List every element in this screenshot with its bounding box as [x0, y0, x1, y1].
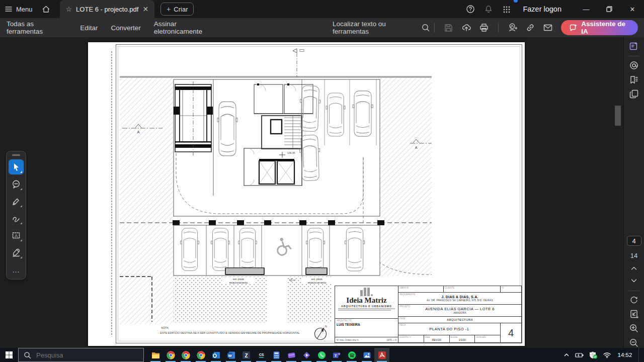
outlook-app[interactable] [208, 348, 223, 362]
section-label-right: A [415, 146, 418, 149]
rotate-page-button[interactable] [626, 295, 642, 305]
draw-tool[interactable] [9, 211, 24, 226]
start-button[interactable] [0, 348, 18, 362]
data-value: FEV/20 [432, 338, 441, 341]
next-page-button[interactable] [626, 276, 642, 286]
restore-button[interactable] [598, 0, 621, 18]
fase-label: FASE [399, 317, 406, 320]
highlight-tool[interactable] [9, 194, 24, 209]
whatsapp-app[interactable] [314, 348, 329, 362]
toolbar-drag-handle[interactable] [12, 154, 20, 156]
word-app[interactable]: W [223, 348, 238, 362]
ai-assistant-button[interactable]: Assistente de IA [561, 20, 638, 35]
close-window-button[interactable]: ✕ [621, 0, 644, 18]
toolbar: Todas as ferramentas Editar Converter As… [0, 18, 644, 38]
star-icon[interactable]: ☆ [66, 6, 72, 13]
teams-app[interactable]: T [329, 348, 344, 362]
print-button[interactable] [475, 18, 493, 37]
show-desktop-button[interactable] [638, 348, 641, 362]
desenho-cell: Desenho nº [398, 335, 424, 342]
tool-flyout-indicator [20, 256, 22, 258]
more-tools-button[interactable]: … [9, 262, 24, 277]
menu-convert[interactable]: Converter [105, 24, 147, 32]
mail-icon [543, 23, 553, 33]
z-app[interactable]: Z [238, 348, 254, 362]
menu-all-tools[interactable]: Todas as ferramentas [0, 20, 73, 35]
fit-page-button[interactable] [626, 309, 642, 319]
verificado-cell: Verificado [475, 335, 500, 342]
svg-text:T: T [334, 353, 337, 357]
data-label: Data [425, 336, 430, 338]
pdf-page[interactable]: A A [88, 42, 525, 346]
signature-tool[interactable] [9, 245, 24, 260]
add-text-tool[interactable]: A [9, 228, 24, 243]
create-button[interactable]: + Criar [160, 3, 194, 16]
photos-icon [363, 351, 371, 359]
tool-flyout-indicator [20, 222, 22, 224]
acrobat-app[interactable] [374, 348, 389, 362]
save-button[interactable] [440, 18, 457, 37]
notifications-button[interactable] [479, 0, 498, 18]
photos-app[interactable] [359, 348, 374, 362]
chrome-app-1[interactable] [163, 348, 178, 362]
page-thumbnails-button[interactable] [626, 89, 642, 99]
chrome-app-3[interactable] [193, 348, 208, 362]
vertical-scrollbar[interactable] [615, 106, 621, 126]
help-button[interactable] [461, 0, 479, 18]
freehand-draw-icon [12, 214, 21, 223]
cursor-icon [12, 162, 21, 171]
ai-assistant-panel-button[interactable] [626, 41, 642, 51]
vent-label-2a: ext. pisos [311, 278, 323, 281]
taskbar-search-input[interactable] [35, 351, 118, 359]
minimize-button[interactable]: — [575, 0, 598, 18]
spotify-app[interactable] [344, 348, 359, 362]
tool-flyout-indicator [20, 188, 22, 190]
defender-shield-icon[interactable] [589, 351, 598, 359]
current-page-input[interactable]: 4 [627, 236, 641, 245]
document-pane[interactable]: A A [0, 37, 624, 348]
zoom-out-button[interactable] [626, 338, 642, 348]
sheet-number-cell: 4 [500, 323, 521, 342]
battery-charging-icon[interactable] [575, 351, 584, 358]
menu-button[interactable]: Menu [0, 0, 37, 18]
bookmarks-panel-button[interactable] [626, 75, 642, 85]
chrome-app-2[interactable] [178, 348, 193, 362]
calculator-icon [272, 351, 281, 359]
home-button[interactable] [37, 0, 55, 18]
request-signature-button[interactable] [504, 18, 521, 37]
system-tray: 14:52 [563, 348, 644, 362]
wifi-icon[interactable] [603, 351, 611, 358]
section-label-left: A [137, 130, 140, 134]
select-tool[interactable] [9, 159, 24, 174]
comments-at-icon [629, 60, 639, 70]
share-link-button[interactable] [521, 18, 539, 37]
wallet-app[interactable] [284, 348, 299, 362]
menu-edit[interactable]: Editar [73, 24, 104, 32]
quick-tools-toolbar: A … [6, 151, 26, 280]
north-label: N [325, 325, 327, 328]
email-button[interactable] [539, 18, 556, 37]
share-cloud-button[interactable] [458, 18, 475, 37]
taskbar-search[interactable] [18, 348, 144, 362]
comment-tool[interactable] [9, 176, 24, 192]
calculator-app[interactable] [269, 348, 284, 362]
chrome-icon [197, 351, 205, 359]
clock[interactable]: 14:52 [616, 352, 633, 358]
purple-diamond-app[interactable] [299, 348, 314, 362]
document-tab[interactable]: ☆ LOTE 6 - projecto.pdf ✕ [60, 0, 155, 18]
comments-panel-button[interactable] [626, 60, 642, 70]
apps-grid-button[interactable] [498, 0, 516, 18]
sidebar-divider-2 [628, 291, 639, 291]
signin-button[interactable]: Fazer logon [523, 5, 561, 13]
tray-chevron-up-icon[interactable] [563, 351, 570, 358]
file-explorer-app[interactable] [148, 348, 163, 362]
previous-page-button[interactable] [626, 263, 642, 274]
tab-close-icon[interactable]: ✕ [142, 6, 148, 13]
num-label: Nº [502, 287, 504, 289]
cs-app[interactable]: CS [254, 348, 269, 362]
find-tools-search[interactable]: Localizar texto ou ferramentas [333, 20, 429, 35]
create-label: Criar [174, 6, 188, 13]
north-arrow: N [315, 325, 328, 340]
menu-esign[interactable]: Assinar eletronicamente [147, 20, 228, 35]
zoom-in-button[interactable] [626, 323, 642, 333]
